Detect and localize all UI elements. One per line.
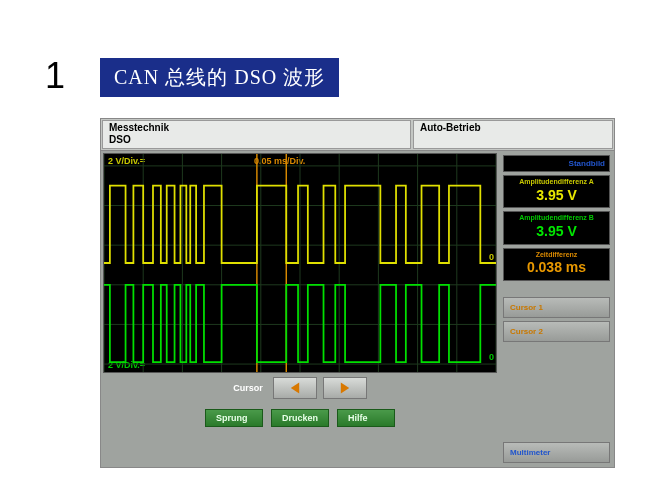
dso-header: Messtechnik DSO Auto-Betrieb: [101, 119, 614, 151]
time-diff-value: 0.038 ms: [508, 258, 605, 278]
standbild-indicator: Standbild: [503, 155, 610, 172]
bottom-button-bar: Sprung Drucken Hilfe: [103, 403, 497, 433]
slide-number: 1: [45, 55, 65, 97]
page-title: CAN 总线的 DSO 波形: [100, 58, 339, 97]
header-left: Messtechnik DSO: [102, 120, 411, 149]
multimeter-button[interactable]: Multimeter: [503, 442, 610, 463]
cursor-right-button[interactable]: [323, 377, 367, 399]
header-right: Auto-Betrieb: [413, 120, 613, 149]
dso-body: 2 V/Div.= 0.05 ms/Div. 2 V/Div.= 0 0 Cur…: [101, 151, 614, 467]
amp-a-value: 3.95 V: [508, 186, 605, 206]
dso-window: Messtechnik DSO Auto-Betrieb 2 V/Div.= 0…: [100, 118, 615, 468]
arrow-right-icon: [338, 381, 352, 395]
side-panel: Standbild Amplitudendifferenz A 3.95 V A…: [499, 151, 614, 467]
readout-amp-a: Amplitudendifferenz A 3.95 V: [503, 175, 610, 208]
svg-marker-20: [341, 382, 349, 393]
time-diff-label: Zeitdifferenz: [508, 251, 605, 259]
amp-b-value: 3.95 V: [508, 222, 605, 242]
header-left-line2: DSO: [109, 134, 404, 146]
waveform-canvas: [104, 154, 496, 372]
readout-amp-b: Amplitudendifferenz B 3.95 V: [503, 211, 610, 244]
sprung-button[interactable]: Sprung: [205, 409, 263, 427]
cursor2-button[interactable]: Cursor 2: [503, 321, 610, 342]
readout-time: Zeitdifferenz 0.038 ms: [503, 248, 610, 281]
svg-marker-19: [291, 382, 299, 393]
cursor1-button[interactable]: Cursor 1: [503, 297, 610, 318]
cursor-label: Cursor: [233, 383, 263, 393]
arrow-left-icon: [288, 381, 302, 395]
hilfe-button[interactable]: Hilfe: [337, 409, 395, 427]
scope-area: 2 V/Div.= 0.05 ms/Div. 2 V/Div.= 0 0 Cur…: [101, 151, 499, 467]
amp-b-label: Amplitudendifferenz B: [508, 214, 605, 222]
drucken-button[interactable]: Drucken: [271, 409, 329, 427]
scope-screen: 2 V/Div.= 0.05 ms/Div. 2 V/Div.= 0 0: [103, 153, 497, 373]
cursor-left-button[interactable]: [273, 377, 317, 399]
cursor-controls: Cursor: [103, 373, 497, 403]
amp-a-label: Amplitudendifferenz A: [508, 178, 605, 186]
header-left-line1: Messtechnik: [109, 122, 404, 134]
